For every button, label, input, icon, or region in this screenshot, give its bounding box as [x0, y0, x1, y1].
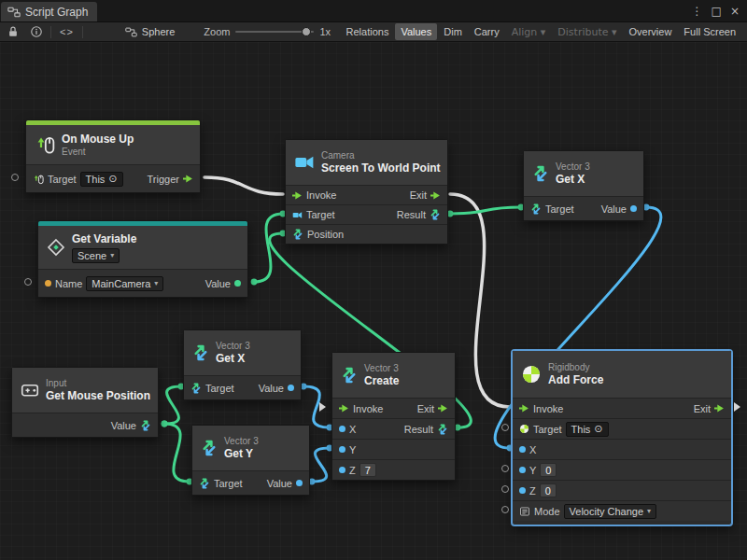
zoom-slider-knob[interactable] [302, 27, 311, 36]
overview-button[interactable]: Overview [624, 23, 678, 40]
node-vector3-create[interactable]: Vector 3 Create Invoke Exit X Result [331, 352, 456, 481]
float-port-dot[interactable] [630, 205, 637, 212]
mouse-icon [33, 174, 44, 185]
vector3-port-icon[interactable] [530, 203, 542, 215]
wire-mouseposition-value_to_getx-target[interactable] [164, 386, 181, 424]
node-title: Get Y [224, 447, 259, 460]
graph-canvas[interactable]: On Mouse Up Event Target This ⊙ Trigger [0, 42, 747, 560]
vector3-port-icon[interactable] [437, 424, 448, 435]
port-circle-empty[interactable] [501, 506, 509, 513]
port-label-x: X [529, 444, 536, 455]
z-value-field[interactable]: 7 [359, 463, 376, 477]
distribute-button[interactable]: Distribute ▾ [552, 23, 622, 41]
wire-endpoint-dot[interactable] [162, 421, 168, 427]
flow-arrow-icon[interactable] [430, 190, 441, 201]
tab-script-graph[interactable]: Script Graph [1, 2, 97, 21]
script-graph-icon [7, 6, 21, 19]
rigidbody-icon [521, 364, 542, 385]
port-circle-empty[interactable] [24, 278, 32, 286]
vector3-port-icon[interactable] [190, 383, 202, 394]
vector3-port-icon[interactable] [199, 478, 210, 489]
values-button[interactable]: Values [395, 23, 437, 40]
wire-endpoint-dot[interactable] [251, 279, 258, 286]
y-value-field[interactable]: 0 [540, 463, 557, 477]
enum-port-icon[interactable] [519, 506, 530, 517]
port-label-value: Value [205, 278, 231, 289]
info-icon[interactable] [27, 23, 46, 40]
flow-arrow-icon[interactable] [183, 174, 193, 184]
menu-kebab-icon[interactable]: ⋮ [692, 6, 703, 17]
wire-getvariable-value_to_camera-target[interactable] [254, 214, 283, 282]
node-add-force[interactable]: Rigidbody Add Force Invoke Exit Target T… [512, 350, 732, 525]
full-screen-button[interactable]: Full Screen [678, 23, 741, 40]
flow-arrow-icon[interactable] [714, 403, 725, 413]
window-controls: ⋮ □ × [692, 0, 747, 21]
string-port-dot[interactable] [45, 280, 51, 287]
camera-icon[interactable] [292, 210, 303, 220]
relations-button[interactable]: Relations [341, 23, 395, 40]
port-label-value: Value [601, 203, 627, 215]
align-button[interactable]: Align ▾ [506, 23, 552, 41]
wire-endpoint-dot[interactable] [162, 421, 168, 427]
node-vector3-get-y[interactable]: Vector 3 Get Y Target Value [191, 425, 310, 496]
z-value-field[interactable]: 0 [540, 483, 557, 497]
node-get-variable[interactable]: Get Variable Scene ▾ Name MainCamera ▾ V… [37, 220, 248, 298]
flow-arrow-icon[interactable] [292, 190, 303, 201]
node-on-mouse-up[interactable]: On Mouse Up Event Target This ⊙ Trigger [25, 119, 201, 193]
port-circle-empty[interactable] [11, 174, 19, 181]
force-mode-dropdown[interactable]: Velocity Change ▾ [564, 504, 657, 519]
lock-icon[interactable] [4, 23, 22, 40]
flow-arrow-icon[interactable] [519, 403, 529, 413]
wire-gety-value_to_create-y[interactable] [312, 448, 330, 482]
maximize-icon[interactable]: □ [712, 6, 722, 17]
object-port-dot[interactable] [234, 280, 241, 287]
node-category: Vector 3 [364, 363, 399, 373]
zoom-slider[interactable] [235, 31, 314, 33]
node-title: Screen To World Point [321, 161, 441, 175]
port-label-z: Z [529, 485, 536, 497]
port-label-exit: Exit [694, 403, 711, 414]
this-target-chip[interactable]: This ⊙ [80, 172, 123, 187]
float-port-dot[interactable] [519, 446, 526, 453]
node-get-mouse-position[interactable]: Input Get Mouse Position Value [11, 367, 159, 438]
vector3-port-icon[interactable] [430, 209, 441, 220]
node-title: Create [364, 374, 399, 387]
flow-port-triangle[interactable] [319, 402, 326, 412]
wire-mouseposition-value_to_gety-target[interactable] [164, 424, 190, 482]
float-port-dot[interactable] [339, 426, 345, 432]
vector3-port-icon[interactable] [140, 420, 151, 431]
dim-button[interactable]: Dim [438, 23, 468, 40]
float-port-dot[interactable] [296, 480, 303, 486]
vector3-port-icon[interactable] [292, 229, 303, 240]
variable-scope-dropdown[interactable]: Scene ▾ [72, 248, 120, 263]
port-circle-empty[interactable] [501, 465, 509, 472]
graph-asset-icon [125, 26, 137, 38]
node-vector3-get-x-top[interactable]: Vector 3 Get X Target Value [523, 150, 644, 221]
port-label-exit: Exit [410, 189, 427, 201]
port-label-x: X [349, 424, 356, 435]
graph-breadcrumb[interactable]: Sphere [125, 26, 175, 38]
float-port-dot[interactable] [288, 385, 294, 391]
port-circle-empty[interactable] [501, 424, 509, 431]
variable-name-dropdown[interactable]: MainCamera ▾ [86, 276, 163, 291]
float-port-dot[interactable] [339, 446, 345, 453]
wire-mouseup-trigger_to_camera-invoke[interactable] [204, 177, 283, 194]
node-title: Get X [216, 352, 250, 365]
wire-camera-exit_to_addforce-invoke[interactable] [450, 194, 510, 407]
float-port-dot[interactable] [339, 467, 345, 473]
wire-camera-result_to_getxtop-target[interactable] [450, 207, 521, 214]
rigidbody-icon[interactable] [519, 424, 529, 434]
flow-port-triangle[interactable] [734, 402, 740, 412]
flow-arrow-icon[interactable] [438, 403, 448, 413]
float-port-dot[interactable] [519, 487, 526, 494]
float-port-dot[interactable] [519, 467, 526, 473]
flow-arrow-icon[interactable] [339, 403, 349, 413]
port-circle-empty[interactable] [501, 485, 509, 493]
node-screen-to-world-point[interactable]: Camera Screen To World Point Invoke Exit… [285, 139, 448, 245]
code-view-icon[interactable]: <> [56, 26, 78, 37]
this-target-chip[interactable]: This ⊙ [566, 422, 609, 437]
vector3-icon [532, 165, 549, 182]
carry-button[interactable]: Carry [469, 23, 505, 40]
node-vector3-get-x-mid[interactable]: Vector 3 Get X Target Value [183, 329, 302, 400]
close-icon[interactable]: × [730, 6, 740, 17]
